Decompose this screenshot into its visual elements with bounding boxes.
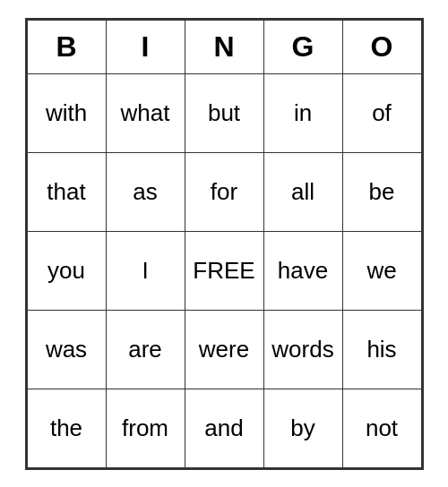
bingo-cell: of <box>342 73 421 152</box>
bingo-cell: have <box>263 231 342 310</box>
bingo-cell: that <box>27 152 106 231</box>
bingo-cell: what <box>106 73 185 152</box>
bingo-card: BINGO withwhatbutinofthatasforallbeyouIF… <box>25 18 424 470</box>
bingo-cell: as <box>106 152 185 231</box>
table-row: withwhatbutinof <box>27 73 421 152</box>
bingo-cell: I <box>106 231 185 310</box>
bingo-cell: we <box>342 231 421 310</box>
table-row: thatasforallbe <box>27 152 421 231</box>
bingo-cell: his <box>342 310 421 389</box>
bingo-cell: not <box>342 389 421 467</box>
header-row: BINGO <box>27 20 421 73</box>
header-cell: O <box>342 20 421 73</box>
bingo-cell: FREE <box>185 231 263 310</box>
bingo-table: BINGO withwhatbutinofthatasforallbeyouIF… <box>27 20 422 468</box>
bingo-cell: from <box>106 389 185 467</box>
table-row: youIFREEhavewe <box>27 231 421 310</box>
bingo-cell: with <box>27 73 106 152</box>
table-row: wasarewerewordshis <box>27 310 421 389</box>
bingo-body: withwhatbutinofthatasforallbeyouIFREEhav… <box>27 73 421 467</box>
table-row: thefromandbynot <box>27 389 421 467</box>
bingo-cell: and <box>185 389 263 467</box>
bingo-cell: are <box>106 310 185 389</box>
bingo-cell: all <box>263 152 342 231</box>
bingo-cell: you <box>27 231 106 310</box>
bingo-cell: by <box>263 389 342 467</box>
header-cell: N <box>185 20 263 73</box>
header-cell: G <box>263 20 342 73</box>
bingo-cell: in <box>263 73 342 152</box>
bingo-cell: but <box>185 73 263 152</box>
bingo-cell: words <box>263 310 342 389</box>
bingo-cell: for <box>185 152 263 231</box>
header-cell: I <box>106 20 185 73</box>
bingo-cell: the <box>27 389 106 467</box>
bingo-cell: was <box>27 310 106 389</box>
header-cell: B <box>27 20 106 73</box>
bingo-cell: be <box>342 152 421 231</box>
bingo-cell: were <box>185 310 263 389</box>
